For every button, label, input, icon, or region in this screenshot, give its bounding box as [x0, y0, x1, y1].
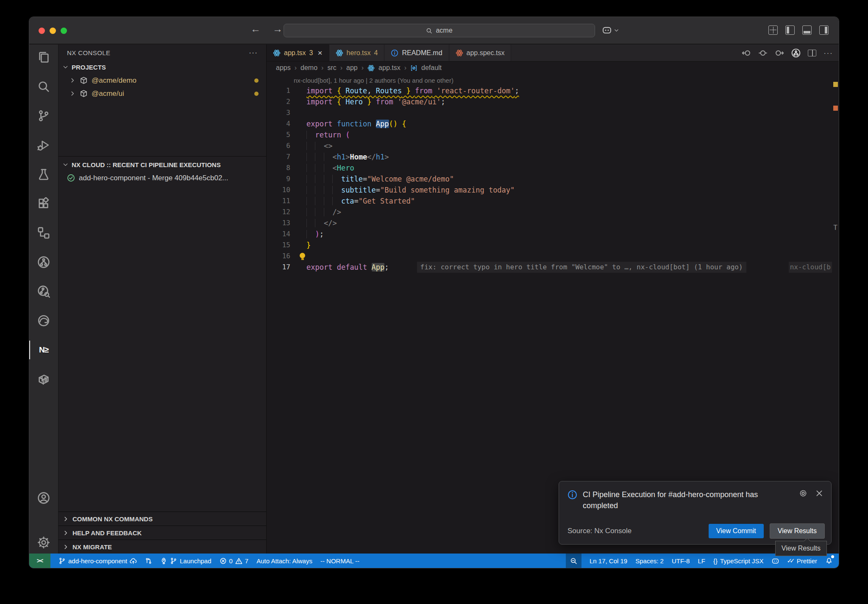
command-center-search[interactable]: acme	[284, 24, 595, 37]
code-line[interactable]: 2import { Hero } from '@acme/ui';	[267, 96, 839, 107]
tab-app-tsx[interactable]: app.tsx 3 ×	[267, 45, 329, 61]
gear-icon[interactable]	[799, 489, 807, 498]
react-icon	[456, 49, 463, 57]
line-number: 4	[267, 118, 290, 129]
cursor-position-item[interactable]: Ln 17, Col 19	[590, 557, 627, 565]
code-token: >	[384, 153, 389, 161]
code-line[interactable]: 7 <h1>Home</h1>	[267, 151, 839, 162]
testing-icon[interactable]	[37, 168, 50, 181]
toggle-panel-icon[interactable]	[802, 25, 812, 35]
code-line[interactable]: 10 subtitle="Build something amazing tod…	[267, 185, 839, 196]
containers-icon[interactable]	[37, 372, 50, 386]
nx-cloud-section-header[interactable]: NX CLOUD :: RECENT CI PIPELINE EXECUTION…	[58, 158, 266, 171]
section-help-and-feedback[interactable]: HELP AND FEEDBACK	[58, 526, 266, 540]
overview-ruler[interactable]: T	[832, 74, 839, 554]
edge-browser-icon[interactable]	[37, 314, 50, 327]
code-line[interactable]: 3	[267, 107, 839, 118]
code-line[interactable]: 11 cta="Get Started"	[267, 196, 839, 207]
toggle-secondary-sidebar-icon[interactable]	[819, 25, 829, 35]
lightbulb-icon[interactable]	[300, 253, 305, 258]
code-token	[306, 208, 332, 216]
code-line[interactable]: 1import { Route, Routes } from 'react-ro…	[267, 85, 839, 96]
split-editor-icon[interactable]	[808, 50, 816, 56]
copilot-menu[interactable]	[602, 25, 619, 35]
tab-app-spec-tsx[interactable]: app.spec.tsx	[449, 45, 512, 61]
customize-layout-icon[interactable]	[768, 25, 778, 35]
zoom-window-icon[interactable]	[61, 28, 67, 34]
graph-search-icon[interactable]	[37, 285, 50, 298]
code-line[interactable]: 13 </>	[267, 218, 839, 229]
project-hierarchy-icon[interactable]	[37, 226, 50, 240]
code-line[interactable]: 4export function App() {	[267, 118, 839, 129]
tab-readme-md[interactable]: README.md	[384, 45, 449, 61]
account-icon[interactable]	[37, 491, 50, 505]
projects-section-header[interactable]: PROJECTS	[58, 61, 266, 74]
code-line[interactable]: 8 <Hero	[267, 162, 839, 173]
pipeline-execution-item[interactable]: add-hero-component - Merge 409b44e5cb02.…	[58, 171, 266, 185]
section-nx-migrate[interactable]: NX MIGRATE	[58, 540, 266, 554]
pipeline-graph-icon[interactable]	[37, 255, 50, 269]
code-line[interactable]: 6 <>	[267, 140, 839, 151]
commit-graph-icon[interactable]	[791, 48, 801, 58]
tab-hero-tsx[interactable]: hero.tsx 4	[329, 45, 385, 61]
vim-mode-label: -- NORMAL --	[320, 557, 359, 565]
code-line[interactable]: 14 );	[267, 229, 839, 240]
breadcrumb-item[interactable]: default	[421, 64, 442, 72]
more-actions-icon[interactable]: ···	[823, 48, 833, 58]
formatter-item[interactable]: ✓✓ Prettier	[787, 557, 818, 565]
next-change-icon[interactable]	[775, 48, 784, 58]
close-window-icon[interactable]	[39, 28, 45, 34]
code-line[interactable]: 17export default App;fix: correct typo i…	[267, 262, 839, 273]
line-number: 1	[267, 85, 290, 96]
previous-change-icon[interactable]	[742, 48, 751, 58]
problems-item[interactable]: 0 7	[220, 557, 249, 565]
extensions-icon[interactable]	[37, 197, 50, 210]
launchpad-item[interactable]: Launchpad	[160, 557, 211, 565]
code-line[interactable]: 9 title="Welcome @acme/demo"	[267, 173, 839, 185]
code-token	[332, 120, 337, 128]
indentation-item[interactable]: Spaces: 2	[635, 557, 664, 565]
toast-footer: Source: Nx Console View Commit View Resu…	[568, 523, 825, 539]
breadcrumb-item[interactable]: demo	[300, 64, 317, 72]
vim-mode-item[interactable]: -- NORMAL --	[320, 557, 359, 565]
code-line[interactable]: 16	[267, 251, 839, 262]
section-common-nx-commands[interactable]: COMMON NX COMMANDS	[58, 512, 266, 526]
code-line[interactable]: 5 return (	[267, 129, 839, 140]
forward-icon[interactable]: →	[273, 23, 283, 35]
copilot-status-item[interactable]	[772, 557, 779, 565]
source-control-icon[interactable]	[37, 109, 50, 123]
nx-console-icon[interactable]: N≥	[37, 343, 50, 357]
breadcrumb-item[interactable]: apps	[276, 64, 291, 72]
notifications-item[interactable]	[825, 556, 833, 565]
section-label: HELP AND FEEDBACK	[72, 529, 142, 537]
toast-source: Source: Nx Console	[568, 527, 632, 535]
encoding-item[interactable]: UTF-8	[672, 557, 690, 565]
more-actions-icon[interactable]: ···	[249, 48, 258, 57]
close-icon[interactable]: ×	[318, 49, 323, 57]
code-line[interactable]: 15}	[267, 240, 839, 251]
view-results-button[interactable]: View Results	[770, 523, 825, 539]
view-commit-button[interactable]: View Commit	[709, 524, 764, 538]
project-item-demo[interactable]: @acme/demo	[58, 74, 266, 87]
breadcrumb-item[interactable]: app	[346, 64, 358, 72]
breadcrumb-item[interactable]: src	[327, 64, 336, 72]
remote-indicator[interactable]: ><	[29, 554, 50, 568]
compare-changes-item[interactable]	[145, 557, 152, 565]
current-change-icon[interactable]	[758, 48, 768, 58]
minimize-window-icon[interactable]	[50, 28, 56, 34]
close-icon[interactable]	[815, 489, 823, 498]
toggle-primary-sidebar-icon[interactable]	[785, 25, 795, 35]
eol-item[interactable]: LF	[698, 557, 705, 565]
run-debug-icon[interactable]	[37, 138, 50, 152]
breadcrumb-item[interactable]: app.tsx	[378, 64, 401, 72]
search-icon[interactable]	[37, 80, 50, 93]
back-icon[interactable]: ←	[250, 23, 261, 35]
branch-status-item[interactable]: add-hero-component	[58, 557, 137, 565]
settings-gear-icon[interactable]	[37, 536, 50, 549]
auto-attach-item[interactable]: Auto Attach: Always	[256, 557, 312, 565]
language-item[interactable]: {} TypeScript JSX	[713, 557, 764, 565]
code-line[interactable]: 12 />	[267, 207, 839, 218]
explorer-icon[interactable]	[37, 50, 50, 64]
project-item-ui[interactable]: @acme/ui	[58, 87, 266, 100]
zoom-indicator[interactable]	[566, 554, 581, 568]
